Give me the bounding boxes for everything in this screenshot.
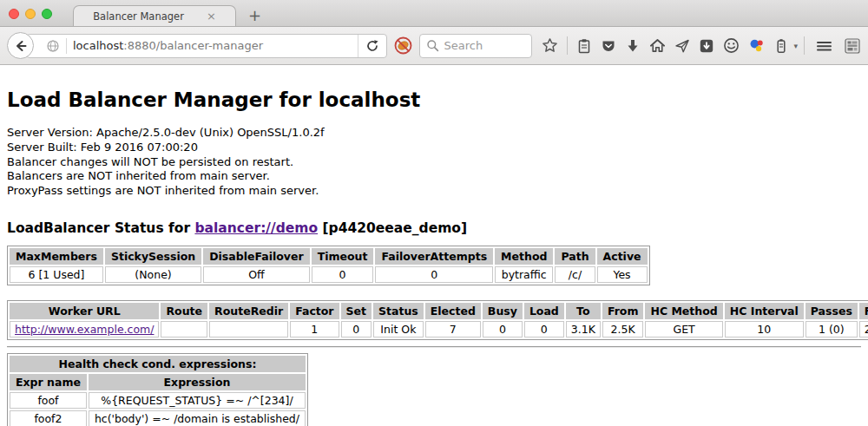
status-heading-prefix: LoadBalancer Status for: [7, 220, 194, 236]
balancer-settings-table: MaxMembers StickySession DisableFailover…: [7, 246, 650, 285]
column-header: Busy: [483, 303, 523, 319]
column-header: Fails: [859, 303, 868, 319]
tab-close-icon[interactable]: ×: [207, 10, 216, 22]
server-info: Server Version: Apache/2.5.0-dev (Unix) …: [7, 126, 861, 199]
path-cell: /c/: [555, 266, 595, 283]
browser-window: Balancer Manager × + localhost:8880/bala…: [0, 0, 868, 426]
download-icon[interactable]: [625, 38, 641, 54]
column-header: From: [602, 303, 644, 319]
back-button[interactable]: [7, 32, 34, 59]
column-header: HC Method: [645, 303, 722, 319]
column-header: Active: [597, 248, 648, 265]
table-title-row: Health check cond. expressions:: [10, 356, 306, 372]
loadbalancer-status-heading: LoadBalancer Status for balancer://demo …: [7, 220, 861, 236]
persist-note-line: Balancer changes will NOT be persisted o…: [7, 155, 861, 170]
balancer-demo-link[interactable]: balancer://demo: [194, 220, 318, 236]
worker-url-link[interactable]: http://www.example.com/: [15, 323, 154, 336]
clipboard-icon[interactable]: [576, 38, 592, 54]
column-header: HC Interval: [725, 303, 804, 319]
column-header: Passes: [806, 303, 858, 319]
extension-square-icon[interactable]: [699, 38, 714, 54]
smiley-icon[interactable]: [723, 37, 740, 54]
disable-failover-cell: Off: [203, 266, 309, 283]
url-path: :8880/balancer-manager: [123, 39, 263, 52]
column-header: Elected: [425, 303, 481, 319]
menu-icon[interactable]: [815, 38, 833, 54]
url-bar[interactable]: localhost:8880/balancer-manager: [26, 34, 387, 58]
column-header: Timeout: [312, 248, 374, 265]
search-bar[interactable]: [419, 34, 532, 58]
globe-icon: [46, 39, 60, 53]
method-cell: bytraffic: [495, 266, 553, 283]
minimize-window-button[interactable]: [25, 9, 36, 19]
route-cell: [161, 321, 207, 338]
page-title: Load Balancer Manager for localhost: [7, 88, 861, 111]
battery-icon[interactable]: [773, 38, 789, 54]
server-built-line: Server Built: Feb 9 2016 07:00:20: [7, 141, 861, 155]
search-input[interactable]: [444, 39, 516, 52]
worker-url-cell: http://www.example.com/: [10, 321, 159, 338]
toolbar-right: [804, 36, 861, 55]
colordots-icon[interactable]: [748, 37, 765, 54]
column-header: Expr name: [10, 374, 87, 390]
url-text[interactable]: localhost:8880/balancer-manager: [73, 39, 358, 52]
new-tab-button[interactable]: +: [248, 8, 261, 23]
page-content: Load Balancer Manager for localhost Serv…: [0, 65, 868, 426]
divider: [7, 346, 861, 348]
passes-cell: 1 (0): [806, 321, 858, 338]
toolbar-divider: [567, 36, 568, 55]
grid-icon[interactable]: [844, 37, 861, 55]
column-header: Path: [555, 248, 595, 265]
hc-method-cell: GET: [645, 321, 722, 338]
reload-icon: [365, 39, 379, 53]
table-header-row: Expr name Expression: [10, 374, 306, 390]
flashblock-icon[interactable]: [393, 36, 413, 56]
status-heading-suffix: [p4420eeae_demo]: [318, 220, 467, 236]
column-header: StickySession: [105, 248, 201, 265]
column-header: Method: [495, 248, 553, 265]
load-cell: 0: [524, 321, 564, 338]
failover-attempts-cell: 0: [375, 266, 493, 283]
table-row: foof %{REQUEST_STATUS} =~ /^[234]/: [10, 392, 306, 409]
table-row: 6 [1 Used] (None) Off 0 0 bytraffic /c/ …: [10, 266, 648, 283]
navigation-toolbar: localhost:8880/balancer-manager: [0, 27, 868, 65]
proxypass-note-line: ProxyPass settings are NOT inherited fro…: [7, 184, 861, 199]
timeout-cell: 0: [312, 266, 374, 283]
pocket-icon[interactable]: [601, 38, 616, 54]
balancers-note-line: Balancers are NOT inherited from main se…: [7, 169, 861, 184]
toolbar-icons: ▾: [542, 36, 798, 55]
zoom-window-button[interactable]: [42, 9, 52, 19]
search-icon: [426, 39, 439, 52]
home-icon[interactable]: [649, 37, 666, 54]
column-header: Worker URL: [10, 303, 159, 319]
close-window-button[interactable]: [9, 9, 19, 19]
table-header-row: MaxMembers StickySession DisableFailover…: [10, 248, 648, 265]
to-cell: 3.1K: [566, 321, 601, 338]
expression-cell: hc('body') =~ /domain is established/: [89, 410, 306, 426]
busy-cell: 0: [483, 321, 523, 338]
url-domain: localhost: [73, 39, 123, 52]
table-row: http://www.example.com/ 1 0 Init Ok 7 0 …: [10, 321, 868, 338]
expression-cell: %{REQUEST_STATUS} =~ /^[234]/: [89, 392, 306, 409]
factor-cell: 1: [290, 321, 339, 338]
expr-name-cell: foof: [10, 392, 87, 409]
tab-balancer-manager[interactable]: Balancer Manager ×: [73, 5, 236, 26]
max-members-cell: 6 [1 Used]: [10, 266, 103, 283]
column-header: Load: [524, 303, 564, 319]
hc-interval-cell: 10: [725, 321, 804, 338]
elected-cell: 7: [425, 321, 481, 338]
table-row: foof2 hc('body') =~ /domain is establish…: [10, 410, 306, 426]
route-redir-cell: [209, 321, 288, 338]
toolbar-divider: [804, 36, 805, 55]
reload-button[interactable]: [358, 35, 386, 57]
send-icon[interactable]: [674, 38, 690, 54]
titlebar: Balancer Manager × +: [0, 0, 868, 27]
health-table-title: Health check cond. expressions:: [10, 356, 306, 372]
column-header: Status: [373, 303, 424, 319]
health-check-table: Health check cond. expressions: Expr nam…: [7, 353, 308, 426]
worker-table: Worker URL Route RouteRedir Factor Set S…: [7, 300, 868, 340]
chevron-down-icon[interactable]: ▾: [793, 42, 798, 50]
bookmark-star-icon[interactable]: [542, 37, 558, 54]
column-header: MaxMembers: [10, 248, 103, 265]
column-header: DisableFailover: [203, 248, 309, 265]
